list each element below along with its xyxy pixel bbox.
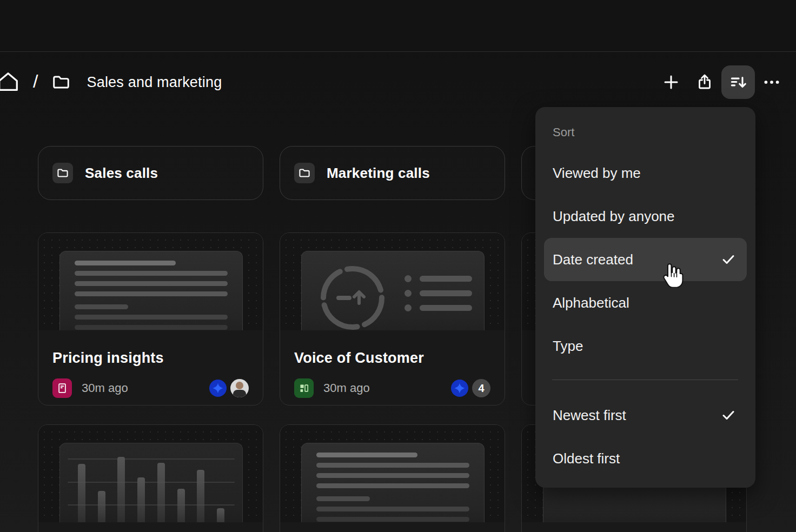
- menu-item-label: Alphabetical: [553, 295, 629, 311]
- card-document[interactable]: [280, 424, 505, 532]
- folder-chip-label: Sales calls: [85, 165, 158, 182]
- timestamp: 30m ago: [323, 381, 370, 395]
- menu-item-date-created[interactable]: Date created: [544, 238, 747, 281]
- sort-button[interactable]: [721, 65, 755, 99]
- menu-item-alphabetical[interactable]: Alphabetical: [544, 281, 747, 324]
- sort-menu-heading: Sort: [544, 125, 747, 141]
- progress-circle-graphic: [319, 264, 387, 330]
- list-skeleton-graphic: [404, 275, 472, 311]
- folder-chip-marketing-calls[interactable]: Marketing calls: [280, 146, 505, 200]
- card-title: Voice of Customer: [294, 350, 490, 367]
- top-strip: [0, 0, 796, 52]
- menu-item-viewed-by-me[interactable]: Viewed by me: [544, 151, 747, 195]
- card-title: Pricing insights: [52, 350, 249, 367]
- collaborator-count-badge: 4: [472, 379, 490, 397]
- menu-item-label: Type: [553, 338, 583, 355]
- more-button[interactable]: [755, 65, 788, 99]
- menu-divider: [552, 380, 738, 380]
- card-pricing-insights[interactable]: Pricing insights 30m ago: [38, 232, 263, 405]
- paper-doc-icon: [52, 378, 72, 398]
- sort-menu: Sort Viewed by me Updated by anyone Date…: [535, 107, 755, 488]
- folder-chip-label: Marketing calls: [327, 165, 430, 182]
- breadcrumb-separator: /: [33, 71, 38, 92]
- menu-item-label: Updated by anyone: [553, 208, 675, 225]
- bar-chart-graphic: [78, 453, 224, 522]
- folder-icon: [52, 73, 70, 91]
- menu-item-oldest-first[interactable]: Oldest first: [544, 437, 747, 480]
- menu-item-label: Oldest first: [553, 450, 620, 467]
- menu-item-label: Date created: [553, 251, 633, 268]
- doc-preview-thumbnail: [38, 233, 263, 330]
- plus-icon: [662, 74, 680, 91]
- card-bar-chart[interactable]: [38, 424, 263, 532]
- page-title: Sales and marketing: [87, 74, 222, 91]
- card-voice-of-customer[interactable]: Voice of Customer 30m ago 4: [280, 232, 505, 405]
- menu-item-newest-first[interactable]: Newest first: [544, 394, 747, 437]
- chart-preview-thumbnail: [38, 425, 263, 522]
- dash-sparkle-icon: [451, 380, 468, 397]
- timestamp: 30m ago: [82, 381, 128, 395]
- check-icon: [721, 408, 736, 423]
- folder-icon: [52, 163, 73, 183]
- sort-icon: [729, 73, 747, 91]
- avatar: [230, 379, 249, 397]
- share-icon: [696, 74, 713, 91]
- home-icon[interactable]: [0, 71, 19, 93]
- breadcrumb-bar: / Sales and marketing: [0, 52, 796, 112]
- create-button[interactable]: [654, 65, 688, 99]
- doc-preview-thumbnail: [280, 425, 505, 522]
- folder-chip-sales-calls[interactable]: Sales calls: [38, 146, 263, 200]
- ellipsis-icon: [762, 73, 781, 91]
- menu-item-updated-by-anyone[interactable]: Updated by anyone: [544, 195, 747, 238]
- header-actions: [654, 65, 788, 99]
- dash-sparkle-icon: [209, 380, 227, 397]
- check-icon: [721, 252, 736, 267]
- board-preview-thumbnail: [280, 233, 505, 330]
- menu-item-label: Viewed by me: [553, 165, 641, 182]
- share-button[interactable]: [688, 65, 721, 99]
- folder-icon: [294, 163, 315, 183]
- menu-item-type[interactable]: Type: [544, 324, 747, 368]
- breadcrumb: / Sales and marketing: [0, 71, 222, 93]
- board-icon: [294, 378, 314, 398]
- menu-item-label: Newest first: [553, 407, 626, 424]
